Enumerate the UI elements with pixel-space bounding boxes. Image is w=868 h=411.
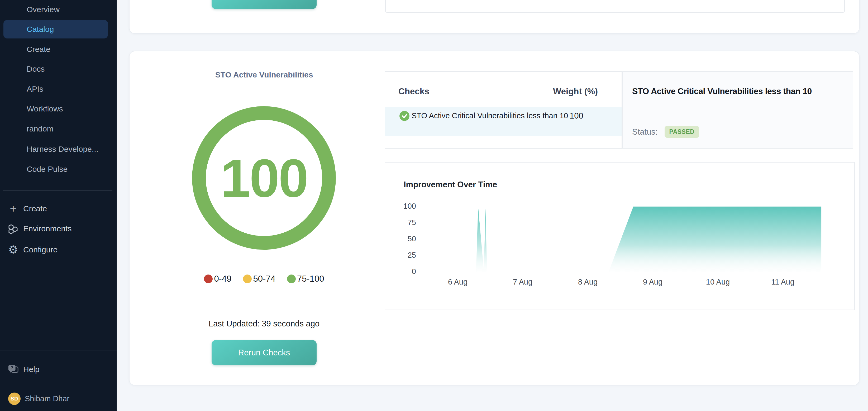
sidebar-item-workflows[interactable]: Workflows [3, 100, 108, 118]
sidebar: Overview Catalog Create Docs APIs Workfl… [0, 0, 117, 411]
y-tick-label: 100 [392, 202, 416, 210]
sidebar-action-create[interactable]: + Create [0, 199, 117, 218]
legend-dot-yellow [243, 275, 252, 283]
legend-label: 75-100 [297, 274, 324, 284]
y-tick-label: 75 [392, 218, 416, 227]
plus-icon: + [7, 203, 19, 214]
sidebar-item-label: APIs [27, 84, 43, 94]
weight-column-header: Weight (%) [553, 87, 598, 96]
sidebar-item-harness-developer[interactable]: Harness Develope... [3, 140, 108, 158]
x-tick-label: 7 Aug [504, 278, 541, 286]
x-tick-label: 11 Aug [764, 278, 801, 286]
x-tick-label: 8 Aug [569, 278, 606, 286]
check-circle-icon [399, 111, 409, 121]
sidebar-action-label: Create [23, 204, 47, 213]
legend-item-high: 75-100 [287, 274, 324, 284]
sidebar-item-catalog[interactable]: Catalog [3, 20, 108, 38]
checks-table-header: Checks Weight (%) [398, 87, 598, 96]
previous-scorecard-card [129, 0, 860, 34]
user-name[interactable]: Shibam Dhar [25, 389, 69, 408]
sidebar-item-label: random [27, 124, 54, 133]
check-detail-title: STO Active Critical Vulnerabilities less… [632, 87, 812, 96]
y-tick-label: 0 [392, 267, 416, 276]
x-tick-label: 10 Aug [700, 278, 736, 286]
y-tick-label: 25 [392, 251, 416, 260]
checks-table-partial [385, 0, 845, 13]
x-tick-label: 6 Aug [439, 278, 476, 286]
improvement-chart-plot [385, 163, 855, 311]
score-gauge: 100 [192, 106, 336, 250]
help-chat-icon: ? [7, 364, 19, 375]
sidebar-help[interactable]: ? Help [0, 360, 117, 379]
avatar-initials: SD [10, 396, 18, 402]
avatar[interactable]: SD [8, 392, 21, 405]
environments-icon [7, 223, 19, 235]
svg-text:?: ? [10, 366, 13, 370]
sidebar-action-label: Environments [23, 224, 71, 233]
sidebar-item-apis[interactable]: APIs [3, 80, 108, 98]
sidebar-item-label: Workflows [27, 104, 63, 113]
legend-item-medium: 50-74 [243, 274, 275, 284]
check-name: STO Active Critical Vulnerabilities less… [411, 110, 586, 121]
sidebar-item-label: Code Pulse [27, 165, 67, 174]
last-updated-text: Last Updated: 39 seconds ago [129, 319, 399, 329]
sidebar-action-environments[interactable]: Environments [0, 219, 117, 238]
sidebar-item-random[interactable]: random [3, 119, 108, 138]
status-badge: PASSED [664, 126, 700, 138]
sidebar-item-docs[interactable]: Docs [3, 60, 108, 78]
sidebar-action-configure[interactable]: ⚙ Configure [0, 241, 117, 259]
sidebar-item-label: Overview [27, 5, 60, 14]
sidebar-item-label: Catalog [27, 25, 54, 34]
sidebar-action-label: Configure [23, 245, 58, 254]
legend-dot-green [287, 275, 296, 283]
scorecard-card: STO Active Vulnerabilities 100 0-49 50-7… [129, 51, 860, 385]
check-row[interactable]: STO Active Critical Vulnerabilities less… [385, 107, 622, 136]
scorecard-title: STO Active Vulnerabilities [129, 70, 399, 79]
sidebar-item-create[interactable]: Create [3, 40, 108, 59]
legend-item-low: 0-49 [204, 274, 231, 284]
score-legend: 0-49 50-74 75-100 [129, 274, 399, 284]
help-label: Help [23, 365, 39, 374]
checks-column-header: Checks [398, 87, 429, 96]
legend-label: 0-49 [214, 274, 231, 284]
legend-dot-red [204, 275, 213, 283]
score-value: 100 [220, 147, 307, 209]
x-tick-label: 9 Aug [634, 278, 671, 286]
improvement-chart-card: Improvement Over Time 100 75 50 25 0 6 A… [385, 162, 855, 310]
legend-label: 50-74 [253, 274, 275, 284]
sidebar-divider [3, 191, 113, 191]
gear-icon: ⚙ [7, 244, 19, 255]
sidebar-item-label: Docs [27, 65, 44, 73]
sidebar-item-label: Harness Develope... [27, 145, 98, 153]
check-detail-panel: STO Active Critical Vulnerabilities less… [622, 71, 853, 148]
rerun-checks-button-partial[interactable] [212, 0, 317, 9]
rerun-checks-label: Rerun Checks [238, 348, 290, 357]
status-row: Status: PASSED [632, 126, 699, 138]
status-label: Status: [632, 127, 658, 137]
y-tick-label: 50 [392, 235, 416, 243]
checks-table: Checks Weight (%) STO Active Critical Vu… [385, 71, 622, 148]
sidebar-item-label: Create [27, 45, 51, 54]
check-weight: 100 [569, 111, 583, 121]
sidebar-item-code-pulse[interactable]: Code Pulse [3, 160, 108, 178]
rerun-checks-button[interactable]: Rerun Checks [212, 340, 317, 365]
sidebar-divider [0, 350, 117, 350]
sidebar-item-overview[interactable]: Overview [3, 0, 108, 19]
